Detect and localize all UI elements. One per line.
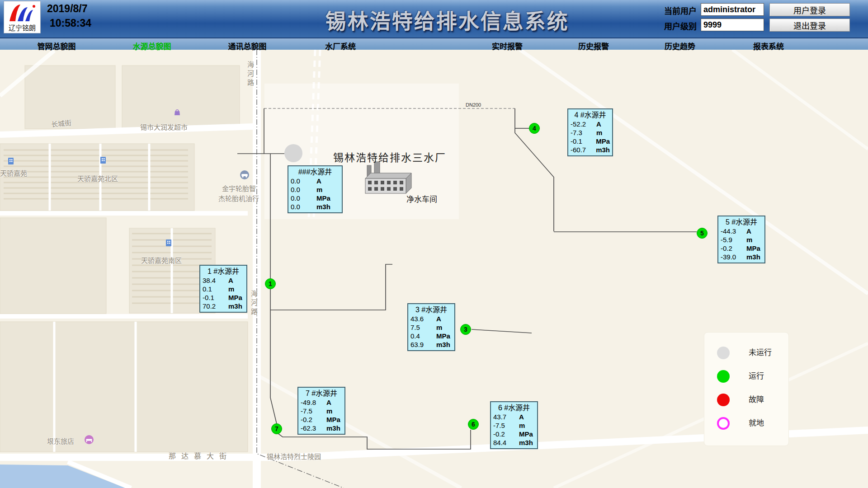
tianjiao-building-icon <box>6 156 15 165</box>
supermarket-icon <box>173 108 182 117</box>
current-time: 10:58:34 <box>50 17 91 29</box>
poi-label-tianjiao-north: 天骄嘉苑北区 <box>77 174 118 183</box>
well-box-1[interactable]: 1 #水源井 38.4A 0.1m -0.1MPa 70.2m3h <box>199 265 247 313</box>
nav-item-realtime-alarm[interactable]: 实时报警 <box>492 40 523 52</box>
well-row: 43.7A <box>491 413 537 421</box>
nav-item-history-alarm[interactable]: 历史报警 <box>578 40 609 52</box>
well-row: 0.0MPa <box>288 194 342 202</box>
legend-row-local: 就地 <box>704 417 788 430</box>
street-label-nadamu: 那达慕大街 <box>169 450 232 461</box>
street-label-changcheng: 长城街 <box>51 117 72 129</box>
well-box-1-title: 1 #水源井 <box>200 267 246 276</box>
well-box-unset-title: ###水源井 <box>288 167 342 177</box>
well-row: -0.2MPa <box>298 415 344 424</box>
well-row: -7.5m <box>298 407 344 415</box>
nav-bar: 管网总貌图 水源总貌图 通讯总貌图 水厂系统 实时报警 历史报警 历史趋势 报表… <box>0 38 868 50</box>
current-user-input[interactable] <box>701 3 764 16</box>
well-row: 0.0m <box>288 185 342 194</box>
well-row: -0.1MPa <box>200 293 246 302</box>
nav-item-plant-system[interactable]: 水厂系统 <box>325 40 356 52</box>
legend-row-run: 运行 <box>704 370 788 383</box>
plant-title: 锡林浩特给排水三水厂 <box>333 149 446 164</box>
legend-run-dot <box>717 370 730 383</box>
well-box-4[interactable]: 4 #水源井 -52.2A -7.3m -0.1MPa -60.7m3h <box>567 108 613 156</box>
nav-item-pipe-network[interactable]: 管网总貌图 <box>38 40 76 52</box>
well-row: -0.2MPa <box>718 244 764 253</box>
well-row: 70.2m3h <box>200 302 246 310</box>
well-row: -0.2MPa <box>491 430 537 438</box>
well-box-5-title: 5 #水源井 <box>718 217 764 227</box>
well-box-7[interactable]: 7 #水源井 -49.8A -7.5m -0.2MPa -62.3m3h <box>297 387 345 435</box>
nav-item-water-source[interactable]: 水源总貌图 <box>133 40 171 52</box>
well-row: -39.0m3h <box>718 253 764 261</box>
well-marker-4-number: 4 <box>533 125 536 132</box>
well-row: 0.0A <box>288 177 342 185</box>
well-marker-3[interactable]: 3 <box>460 324 471 335</box>
well-marker-unrun[interactable] <box>284 144 302 162</box>
well-marker-6-number: 6 <box>472 421 475 428</box>
workshop-label: 净水车间 <box>406 193 437 204</box>
well-row: 43.6A <box>408 314 454 323</box>
current-date: 2019/8/7 <box>47 3 88 15</box>
legend-fault-dot <box>717 394 730 406</box>
poi-label-supermarket: 锡市大润发超市 <box>140 122 188 131</box>
well-box-7-title: 7 #水源井 <box>298 389 344 398</box>
logo-mark-icon <box>4 1 40 25</box>
well-box-6-title: 6 #水源井 <box>491 403 537 413</box>
nav-item-comms[interactable]: 通讯总貌图 <box>228 40 267 52</box>
well-row: 0.1m <box>200 285 246 293</box>
well-row: 84.4m3h <box>491 438 537 447</box>
well-box-6[interactable]: 6 #水源井 43.7A -7.5m -0.2MPa 84.4m3h <box>490 401 538 449</box>
logo-text: 辽宁铭朗 <box>4 23 40 32</box>
poi-label-hotel: 垠东旅店 <box>47 436 74 446</box>
well-row: -52.2A <box>568 120 612 128</box>
current-user-label: 当前用户 <box>664 5 697 16</box>
user-level-input[interactable] <box>701 19 764 31</box>
legend-local-label: 就地 <box>749 417 764 430</box>
well-box-unset[interactable]: ###水源井 0.0A 0.0m 0.0MPa 0.0m3h <box>288 165 343 213</box>
well-marker-7[interactable]: 7 <box>271 423 282 434</box>
well-marker-4[interactable]: 4 <box>529 123 540 134</box>
tianjiao-south-building-icon <box>164 238 173 247</box>
login-button[interactable]: 用户登录 <box>769 3 850 16</box>
well-row: 38.4A <box>200 276 246 285</box>
legend-unrun-dot <box>717 347 730 359</box>
well-marker-7-number: 7 <box>275 425 278 432</box>
legend-run-label: 运行 <box>749 370 764 383</box>
well-box-3-title: 3 #水源井 <box>408 305 454 314</box>
well-box-5[interactable]: 5 #水源井 -44.3A -5.9m -0.2MPa -39.0m3h <box>717 216 765 263</box>
well-marker-1-number: 1 <box>269 280 272 287</box>
well-marker-5-number: 5 <box>700 230 704 237</box>
well-row: -0.1MPa <box>568 137 612 145</box>
well-marker-5[interactable]: 5 <box>697 228 708 239</box>
well-row: -7.3m <box>568 128 612 137</box>
well-marker-3-number: 3 <box>464 326 467 333</box>
well-row: 7.5m <box>408 323 454 332</box>
well-row: -62.3m3h <box>298 424 344 432</box>
user-level-label: 用户级别 <box>664 20 697 32</box>
street-label-haihe-mid: 海河路 <box>249 290 259 317</box>
tianjiao-north-building-icon <box>99 155 108 164</box>
well-marker-6[interactable]: 6 <box>468 419 479 430</box>
well-marker-1[interactable]: 1 <box>265 278 276 289</box>
well-row: -5.9m <box>718 235 764 244</box>
legend-fault-label: 故障 <box>749 394 764 406</box>
header-bar: 辽宁铭朗 2019/8/7 10:58:34 锡林浩特给排水信息系统 当前用户 … <box>0 0 868 38</box>
logout-button[interactable]: 退出登录 <box>769 19 850 32</box>
nav-item-reports[interactable]: 报表系统 <box>753 40 784 52</box>
legend-local-dot <box>717 417 730 430</box>
well-row: -44.3A <box>718 227 764 235</box>
legend-row-unrun: 未运行 <box>704 347 788 359</box>
status-legend: 未运行 运行 故障 就地 <box>704 332 789 446</box>
poi-label-tianjiao: 天骄嘉苑 <box>0 168 27 178</box>
well-row: -60.7m3h <box>568 145 612 154</box>
well-box-3[interactable]: 3 #水源井 43.6A 7.5m 0.4MPa 63.9m3h <box>407 303 455 351</box>
nav-item-history-trend[interactable]: 历史趋势 <box>665 40 695 52</box>
poi-label-cemetery: 锡林浩特烈士陵园 <box>267 451 321 461</box>
page-title: 锡林浩特给排水信息系统 <box>326 5 569 34</box>
well-row: -49.8A <box>298 398 344 407</box>
well-row: 0.0m3h <box>288 202 342 211</box>
well-row: -7.5m <box>491 421 537 430</box>
legend-row-fault: 故障 <box>704 394 788 406</box>
company-logo: 辽宁铭朗 <box>4 1 41 33</box>
